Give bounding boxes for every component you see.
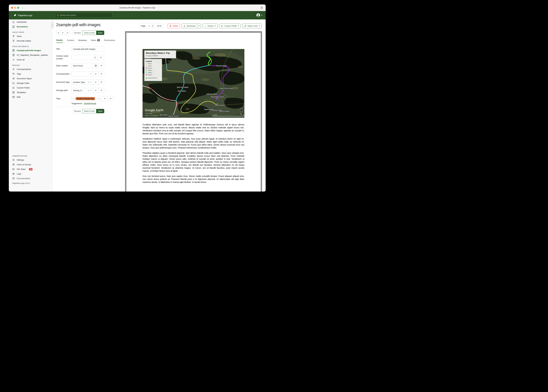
document-type-add-button[interactable] (93, 80, 99, 85)
correspondent-label: Correspondent (56, 73, 71, 75)
tab-details[interactable]: Details (56, 39, 63, 43)
pdf-preview-pane[interactable]: Hausons IslandNew York IslandGary Island… (125, 31, 262, 191)
previous-document-button[interactable] (61, 31, 65, 35)
chevron-down-icon[interactable] (90, 90, 91, 91)
titlebar: ‹ › 2sample-pdf-with-images - Paperless-… (9, 5, 266, 11)
sidebar-item-label: 2sample-pdf-with-images (17, 49, 41, 52)
calendar-icon (94, 64, 97, 67)
close-document-button[interactable] (56, 31, 61, 35)
map-legend-title: Legend (146, 60, 152, 62)
sidebar-item-users-groups[interactable]: Users & Groups (9, 162, 52, 167)
sidebar-item-settings[interactable]: Settings (9, 158, 52, 162)
tab-metadata[interactable]: Metadata (78, 39, 87, 43)
sidebar-item-h7-napoleon-bonaparte-zadanie[interactable]: H7_Napoleon_Bonaparte_zadanie (9, 53, 52, 57)
sidebar-item-inbox[interactable]: Inbox (9, 34, 52, 39)
date-created-field[interactable]: 03/27/2022 (72, 63, 93, 68)
traffic-lights[interactable] (11, 7, 19, 9)
suggestions-label: Suggestions: (72, 102, 83, 105)
sidebar-item-close-all[interactable]: Close all (9, 57, 52, 62)
share-links-button[interactable]: Share Links (242, 24, 262, 28)
browser-back-icon[interactable]: ‹ (22, 6, 23, 9)
close-window-button[interactable] (11, 7, 13, 9)
asn-stepper[interactable] (94, 56, 96, 59)
map-island-label: Squirrel Island (219, 110, 229, 112)
delete-button[interactable]: Delete (167, 24, 180, 28)
user-menu[interactable] (256, 13, 262, 17)
asn-field[interactable] (72, 55, 98, 60)
sidebar-item-mail[interactable]: Mail (9, 95, 52, 99)
sidebar-item-file-tasks[interactable]: File Tasks16 (9, 167, 52, 171)
chevron-down-icon[interactable] (90, 82, 91, 83)
save-next-button[interactable]: Save & next (82, 109, 96, 113)
sidebar-item-templates[interactable]: Templates (9, 90, 52, 95)
suggestion-link[interactable]: TagWithPartial (84, 102, 96, 105)
actions-button[interactable]: Actions (202, 24, 218, 28)
share-icon[interactable] (260, 6, 263, 9)
tag-chip[interactable]: Another Sample Tag (76, 97, 95, 100)
download-options-button[interactable] (197, 24, 201, 28)
clear-icon[interactable]: ✕ (88, 81, 89, 83)
tags-filter-button[interactable] (108, 96, 114, 101)
sidebar-item-2sample-pdf-with-images[interactable]: 2sample-pdf-with-images (9, 48, 52, 53)
document-text: Curabitur bibendum ante urna, sed blandi… (143, 123, 244, 184)
discard-button[interactable]: Discard (72, 109, 82, 113)
tab-content[interactable]: Content (67, 39, 74, 43)
discard-button[interactable]: Discard (72, 31, 82, 35)
storage-path-filter-button[interactable] (99, 88, 104, 93)
save-button[interactable]: Save (96, 109, 104, 113)
sidebar-item-label: H7_Napoleon_Bonaparte_zadanie (17, 54, 48, 56)
document-type-select[interactable]: Another Type ✕ (72, 80, 93, 85)
browser-forward-icon[interactable]: › (26, 6, 27, 9)
map-island-label: Gary Island (178, 90, 186, 92)
storage-path-label: Storage path (56, 89, 71, 92)
asn-plus-one-button[interactable]: +1 (98, 55, 104, 60)
sidebar-item-recently-added[interactable]: Recently Added (9, 39, 52, 43)
save-button[interactable]: Save (96, 31, 104, 35)
save-next-button[interactable]: Save & next (82, 31, 96, 35)
correspondent-add-button[interactable] (93, 71, 99, 77)
tags-add-button[interactable] (102, 96, 108, 101)
storage-path-select[interactable]: Testing 12 ✕ (72, 88, 93, 93)
correspondent-select[interactable] (72, 71, 93, 77)
page-input[interactable]: 1 (147, 24, 156, 28)
brand[interactable]: Paperless-ngx (13, 14, 32, 17)
file-tasks-count-badge: 16 (29, 168, 33, 170)
title-field[interactable]: 2sample-pdf-with-images (72, 46, 104, 52)
sidebar-item-storage-paths[interactable]: Storage Paths (9, 81, 52, 85)
file-icon (12, 54, 15, 56)
chevron-down-icon[interactable] (100, 98, 101, 99)
next-document-button[interactable] (65, 31, 70, 35)
date-filter-button[interactable] (99, 63, 104, 68)
document-type-filter-button[interactable] (99, 80, 104, 85)
download-button[interactable]: Download (181, 24, 197, 28)
tags-select[interactable]: ✕ Another Sample Tag ✕ (72, 96, 102, 101)
calendar-button[interactable] (93, 63, 99, 68)
sidebar-item-custom-fields[interactable]: Custom Fields (9, 85, 52, 90)
sidebar-item-documentation[interactable]: Documentation (9, 176, 52, 181)
sidebar-item-label: Tags (17, 73, 21, 75)
custom-fields-button[interactable]: Custom Fields (219, 24, 241, 28)
remove-tag-icon[interactable]: ✕ (73, 98, 75, 100)
sidebar-item-tags[interactable]: Tags (9, 71, 52, 76)
storage-path-add-button[interactable] (93, 88, 99, 93)
clear-icon[interactable]: ✕ (88, 90, 89, 91)
chevron-down-icon[interactable] (90, 74, 91, 74)
zoom-window-button[interactable] (17, 7, 19, 9)
page-stepper[interactable] (151, 24, 154, 28)
search-input[interactable]: Search documents (55, 13, 112, 17)
sidebar-collapse-button[interactable]: « (51, 21, 54, 28)
minimize-window-button[interactable] (14, 7, 16, 9)
avatar-icon (256, 13, 260, 17)
sidebar-item-logs[interactable]: Logs (9, 171, 52, 176)
sidebar-item-label: Inbox (17, 35, 22, 37)
tab-permissions[interactable]: Permissions (104, 39, 115, 43)
sidebar-item-document-types[interactable]: Document Types (9, 76, 52, 81)
notes-count-badge: 1 (97, 39, 100, 41)
sidebar-item-documents[interactable]: Documents (9, 24, 52, 29)
clear-icon[interactable]: ✕ (97, 98, 99, 100)
sidebar-item-correspondents[interactable]: Correspondents (9, 67, 52, 71)
map-text-label: Text (190, 104, 195, 107)
correspondent-filter-button[interactable] (99, 71, 104, 77)
sidebar-item-dashboard[interactable]: Dashboard (9, 20, 52, 24)
tab-notes[interactable]: Notes1 (91, 39, 100, 43)
